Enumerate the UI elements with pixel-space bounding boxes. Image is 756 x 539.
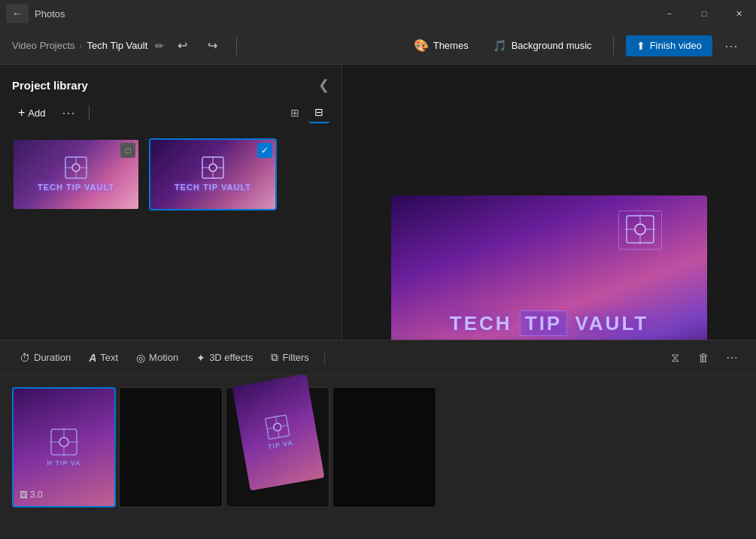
text-icon: A <box>89 352 96 364</box>
svg-point-13 <box>635 224 645 235</box>
library-more-button[interactable]: ⋯ <box>57 103 80 123</box>
window-controls: − □ ✕ <box>652 0 756 27</box>
duration-label: Duration <box>34 352 71 363</box>
svg-point-25 <box>273 422 282 432</box>
add-icon: + <box>18 106 25 120</box>
finish-label: Finish video <box>650 40 702 51</box>
grid-view-button[interactable]: ⊞ <box>284 102 305 123</box>
background-music-label: Background music <box>512 40 592 51</box>
lib-logo-text-1: TECH TIP VAULT <box>38 183 114 192</box>
svg-point-19 <box>59 438 68 447</box>
finish-icon: ⬆ <box>636 40 645 52</box>
motion-label: Motion <box>149 352 178 363</box>
timeline-area: ⏱ Duration A Text ◎ Motion ✦ 3D effects … <box>0 340 756 539</box>
add-media-button[interactable]: + Add <box>12 103 51 123</box>
filters-label: Filters <box>282 352 308 363</box>
music-icon: 🎵 <box>493 39 507 53</box>
filters-button[interactable]: ⧉ Filters <box>263 347 316 368</box>
timeline-sep <box>324 350 325 365</box>
logo-2: TECH TIP VAULT <box>175 156 251 192</box>
delete-icon: 🗑 <box>698 351 709 364</box>
breadcrumb: Video Projects › Tech Tip Vault ✏ <box>12 40 164 52</box>
undo-button[interactable]: ↩ <box>170 34 194 58</box>
duration-button[interactable]: ⏱ Duration <box>12 347 78 368</box>
clip-1[interactable]: H TIP VA 🖼 3.0 <box>12 387 116 507</box>
clip-3-circuit-icon <box>264 414 290 441</box>
themes-button[interactable]: 🎨 Themes <box>405 34 478 57</box>
more-icon: ⋯ <box>726 350 738 365</box>
motion-icon: ◎ <box>136 352 145 364</box>
clip-1-content: H TIP VA <box>14 389 114 506</box>
split-icon: ⧖ <box>671 351 679 365</box>
effects-icon: ✦ <box>196 352 205 364</box>
lib-logo-text-2: TECH TIP VAULT <box>175 183 251 192</box>
clip-3-text: TIP VA <box>267 439 293 451</box>
text-button[interactable]: A Text <box>81 347 126 368</box>
add-label: Add <box>28 107 45 119</box>
view-toggle: ⊞ ⊟ <box>284 102 329 123</box>
clip-1-logo: H TIP VA <box>41 422 87 473</box>
maximize-icon: □ <box>702 9 707 18</box>
toolbar-separator-2 <box>613 37 614 55</box>
back-button[interactable]: ← <box>6 4 29 23</box>
redo-button[interactable]: ↪ <box>200 34 224 58</box>
timeline-clips: H TIP VA 🖼 3.0 <box>0 375 756 539</box>
item-checked-2: ✓ <box>257 143 272 158</box>
main-area: Project library ❮ + Add ⋯ ⊞ ⊟ <box>0 65 756 539</box>
timeline-right-actions: ⧖ 🗑 ⋯ <box>663 346 744 370</box>
svg-point-7 <box>209 164 217 171</box>
clip-3-logo: TIP VA <box>256 407 301 458</box>
breadcrumb-separator: › <box>80 41 83 51</box>
library-sep <box>89 105 90 120</box>
clip-3-container: TIP VA <box>226 387 329 507</box>
app-name: Photos <box>35 8 65 20</box>
library-grid: TECH TIP VAULT ▢ <box>0 132 342 217</box>
maximize-button[interactable]: □ <box>687 0 721 27</box>
titlebar: ← Photos − □ ✕ <box>0 0 756 27</box>
background-music-button[interactable]: 🎵 Background music <box>484 35 601 57</box>
library-toolbar: + Add ⋯ ⊞ ⊟ <box>0 102 342 132</box>
main-toolbar: Video Projects › Tech Tip Vault ✏ ↩ ↪ 🎨 … <box>0 27 756 65</box>
minimize-button[interactable]: − <box>652 0 687 27</box>
edit-title-button[interactable]: ✏ <box>155 40 164 52</box>
toolbar-separator <box>236 37 237 55</box>
timeline-toolbar: ⏱ Duration A Text ◎ Motion ✦ 3D effects … <box>0 341 756 375</box>
clip-circuit-icon <box>50 428 78 456</box>
split-button[interactable]: ⧖ <box>663 346 687 370</box>
text-label: Text <box>100 352 118 363</box>
breadcrumb-parent[interactable]: Video Projects <box>12 40 75 51</box>
duration-icon: ⏱ <box>20 352 30 364</box>
logo-1: TECH TIP VAULT <box>38 156 114 192</box>
clip-2[interactable] <box>119 387 223 507</box>
themes-label: Themes <box>433 40 469 51</box>
circuit-icon-2 <box>201 156 225 180</box>
list-view-button[interactable]: ⊟ <box>308 102 329 123</box>
toolbar-more-button[interactable]: ⋯ <box>718 35 744 57</box>
panel-collapse-button[interactable]: ❮ <box>318 77 329 93</box>
timeline-more-button[interactable]: ⋯ <box>720 346 744 370</box>
clip-1-duration: 🖼 3.0 <box>20 489 43 500</box>
close-button[interactable]: ✕ <box>721 0 756 27</box>
delete-clip-button[interactable]: 🗑 <box>691 346 715 370</box>
breadcrumb-current: Tech Tip Vault <box>87 40 148 51</box>
svg-rect-24 <box>266 415 290 439</box>
3d-effects-button[interactable]: ✦ 3D effects <box>189 347 260 368</box>
panel-header: Project library ❮ <box>0 65 342 102</box>
item-unchecked-1: ▢ <box>120 143 135 158</box>
clip-duration-value: 3.0 <box>30 489 43 500</box>
clip-image-icon: 🖼 <box>20 490 28 499</box>
back-icon: ← <box>12 8 23 20</box>
finish-video-button[interactable]: ⬆ Finish video <box>626 35 712 56</box>
svg-point-1 <box>72 164 80 171</box>
clip-4[interactable] <box>332 387 436 507</box>
preview-logo-icon <box>618 210 662 250</box>
motion-button[interactable]: ◎ Motion <box>129 347 186 368</box>
library-item[interactable]: TECH TIP VAULT ▢ <box>12 138 140 210</box>
clip-1-text: H TIP VA <box>47 459 80 467</box>
panel-title: Project library <box>12 79 88 92</box>
library-item-selected[interactable]: TECH TIP VAULT ✓ <box>149 138 277 210</box>
filters-icon: ⧉ <box>271 351 278 364</box>
themes-icon: 🎨 <box>414 38 429 53</box>
circuit-icon <box>64 156 88 180</box>
minimize-icon: − <box>667 9 672 18</box>
